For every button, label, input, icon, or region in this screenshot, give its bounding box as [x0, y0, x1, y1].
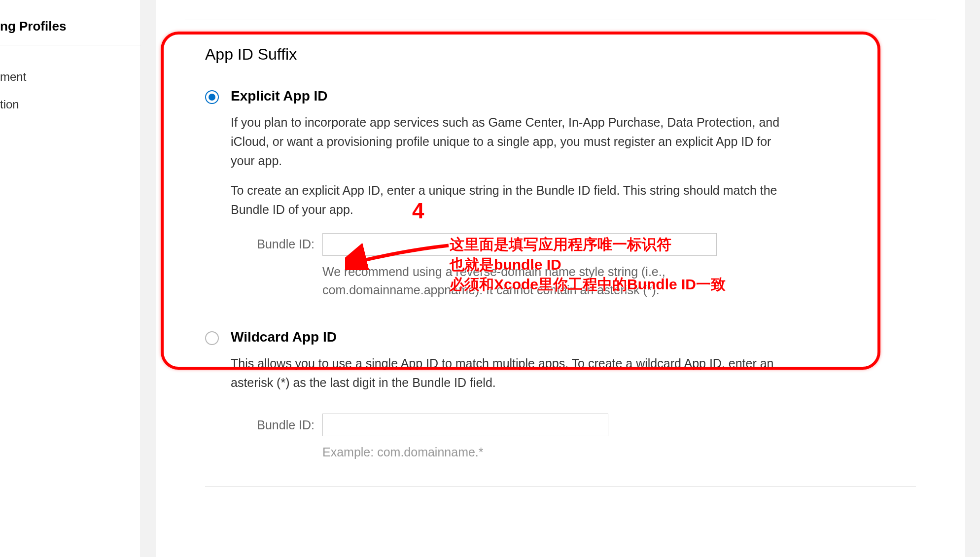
- sidebar-item-label: tion: [0, 98, 19, 111]
- sidebar-header: ng Profiles: [0, 0, 140, 45]
- wildcard-content: Wildcard App ID This allows you to use a…: [231, 329, 936, 462]
- explicit-desc-p1: If you plan to incorporate app services …: [231, 113, 793, 170]
- section-title: App ID Suffix: [205, 0, 936, 88]
- explicit-content: Explicit App ID If you plan to incorpora…: [231, 88, 936, 300]
- explicit-title: Explicit App ID: [231, 88, 936, 104]
- wildcard-bundle-input[interactable]: [322, 414, 608, 436]
- wildcard-title: Wildcard App ID: [231, 329, 936, 345]
- content-panel: App ID Suffix Explicit App ID If you pla…: [156, 0, 965, 557]
- wildcard-description: This allows you to use a single App ID t…: [231, 354, 793, 392]
- sidebar-item[interactable]: ment: [0, 63, 140, 91]
- explicit-bundle-hint: We recommend using a reverse-domain name…: [322, 263, 732, 300]
- radio-explicit[interactable]: [205, 90, 219, 104]
- sidebar-items: ment tion: [0, 45, 140, 118]
- explicit-description: If you plan to incorporate app services …: [231, 113, 793, 219]
- divider: [205, 487, 916, 487]
- divider: [185, 20, 936, 20]
- wildcard-bundle-label: Bundle ID:: [231, 418, 315, 432]
- explicit-desc-p2: To create an explicit App ID, enter a un…: [231, 181, 793, 219]
- explicit-app-id-section: Explicit App ID If you plan to incorpora…: [205, 88, 936, 300]
- sidebar-item[interactable]: tion: [0, 91, 140, 118]
- radio-dot-icon: [209, 94, 215, 101]
- radio-wildcard[interactable]: [205, 331, 219, 345]
- wildcard-bundle-row: Bundle ID:: [231, 414, 936, 436]
- wildcard-example-hint: Example: com.domainname.*: [322, 443, 732, 462]
- explicit-bundle-label: Bundle ID:: [231, 237, 315, 251]
- sidebar-item-label: ment: [0, 70, 26, 83]
- explicit-bundle-input[interactable]: [322, 233, 717, 256]
- explicit-bundle-row: Bundle ID:: [231, 233, 936, 256]
- wildcard-desc-p1: This allows you to use a single App ID t…: [231, 354, 793, 392]
- sidebar: ng Profiles ment tion: [0, 0, 141, 557]
- main-area: App ID Suffix Explicit App ID If you pla…: [141, 0, 980, 557]
- wildcard-app-id-section: Wildcard App ID This allows you to use a…: [205, 329, 936, 462]
